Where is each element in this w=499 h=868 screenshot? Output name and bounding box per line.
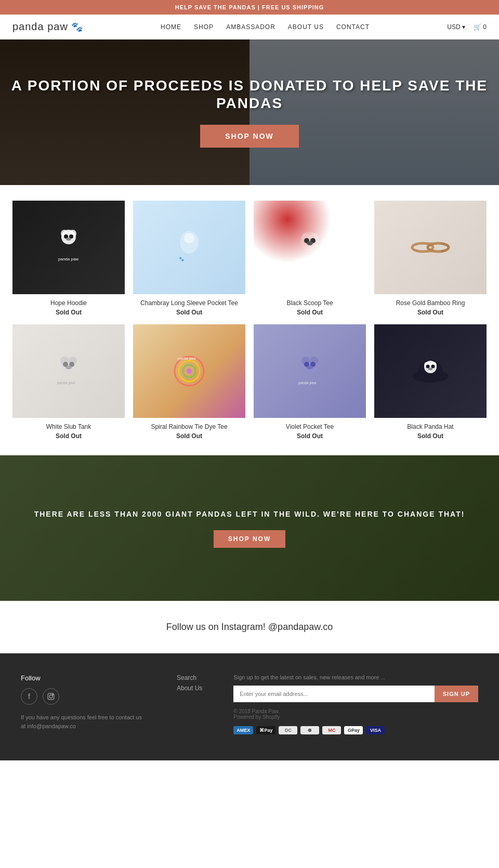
- mid-shop-now-button[interactable]: SHOP NOW: [214, 530, 285, 548]
- footer-newsletter: Sign up to get the latest on sales, new …: [233, 674, 478, 734]
- banner-text: HELP SAVE THE PANDAS: [175, 4, 256, 10]
- payment-gpay: GPay: [344, 726, 363, 734]
- footer-top: Follow f If you have any questions feel …: [21, 674, 478, 734]
- currency-selector[interactable]: USD ▾: [447, 23, 465, 31]
- product-name-rose-gold-ring: Rose Gold Bamboo Ring: [374, 299, 487, 307]
- hero-title: A PORTION OF PROCEEDS IS DONATED TO HELP…: [10, 77, 489, 112]
- product-card-white-tank[interactable]: panda paw White Slub Tank Sold Out: [12, 324, 125, 440]
- footer: Follow f If you have any questions feel …: [0, 653, 499, 760]
- product-status-rose-gold-ring: Sold Out: [374, 309, 487, 316]
- product-card-rose-gold-ring[interactable]: Rose Gold Bamboo Ring Sold Out: [374, 201, 487, 316]
- product-status-black-scoop: Sold Out: [254, 309, 366, 316]
- nav-shop[interactable]: SHOP: [194, 23, 214, 31]
- product-name-black-hat: Black Panda Hat: [374, 423, 487, 430]
- product-image-tiedye-tee: panda paw: [133, 324, 245, 418]
- payment-amex: AMEX: [233, 726, 253, 734]
- product-status-hope-hoodie: Sold Out: [12, 309, 125, 316]
- mid-banner: THERE ARE LESS THAN 2000 GIANT PANDAS LE…: [0, 455, 499, 601]
- footer-contact: If you have any questions feel free to c…: [21, 713, 146, 730]
- svg-point-44: [426, 365, 430, 369]
- nav-ambassador[interactable]: AMBASSADOR: [226, 23, 275, 31]
- svg-text:panda paw: panda paw: [298, 257, 317, 261]
- newsletter-signup-button[interactable]: SIGN UP: [435, 686, 478, 702]
- banner-highlight: FREE US SHIPPING: [262, 4, 324, 10]
- payment-icons: AMEX ⌘Pay DC ⊕ MC GPay VISA: [233, 726, 478, 734]
- svg-point-49: [52, 694, 53, 695]
- svg-text:panda paw: panda paw: [57, 381, 75, 385]
- product-image-hope-hoodie: panda paw: [12, 201, 125, 294]
- product-image-black-hat: [374, 324, 487, 418]
- product-name-white-tank: White Slub Tank: [12, 423, 125, 430]
- product-name-chambray-tee: Chambray Long Sleeve Pocket Tee: [133, 299, 245, 307]
- nav-about[interactable]: ABOUT US: [288, 23, 324, 31]
- svg-point-8: [184, 233, 194, 243]
- product-name-black-scoop: Black Scoop Tee: [254, 299, 366, 307]
- logo-text: panda paw: [12, 21, 68, 33]
- cart-icon[interactable]: 🛒 0: [474, 23, 487, 31]
- payment-diners: DC: [279, 726, 297, 734]
- instagram-icon[interactable]: [43, 688, 59, 705]
- nav-contact[interactable]: CONTACT: [336, 23, 370, 31]
- payment-mastercard: MC: [322, 726, 341, 734]
- banner-separator: |: [258, 4, 262, 10]
- product-card-hope-hoodie[interactable]: panda paw Hope Hoodie Sold Out: [12, 201, 125, 316]
- svg-point-45: [431, 365, 435, 369]
- newsletter-text: Sign up to get the latest on sales, new …: [233, 674, 478, 680]
- top-banner: HELP SAVE THE PANDAS | FREE US SHIPPING: [0, 0, 499, 15]
- facebook-icon[interactable]: f: [21, 688, 37, 705]
- footer-social: f: [21, 688, 146, 705]
- powered-by-shopify[interactable]: Powered by Shopify: [233, 714, 280, 720]
- hero-content: A PORTION OF PROCEEDS IS DONATED TO HELP…: [0, 67, 499, 157]
- nav-right: USD ▾ 🛒 0: [447, 23, 487, 31]
- hero-section: A PORTION OF PROCEEDS IS DONATED TO HELP…: [0, 40, 499, 185]
- footer-links: Search About Us: [177, 674, 202, 692]
- svg-point-5: [66, 238, 71, 241]
- product-status-white-tank: Sold Out: [12, 432, 125, 440]
- product-name-tiedye-tee: Spiral Rainbow Tie Dye Tee: [133, 423, 245, 430]
- svg-point-46: [428, 368, 432, 371]
- logo[interactable]: panda paw 🐾: [12, 21, 83, 33]
- svg-text:panda paw: panda paw: [298, 381, 317, 385]
- footer-search-link[interactable]: Search: [177, 674, 202, 681]
- nav-links: HOME SHOP AMBASSADOR ABOUT US CONTACT: [161, 23, 370, 31]
- mid-content: THERE ARE LESS THAN 2000 GIANT PANDAS LE…: [14, 509, 486, 548]
- product-image-chambray-tee: 🐾: [133, 201, 245, 294]
- hero-shop-now-button[interactable]: SHOP NOW: [200, 125, 299, 148]
- nav-home[interactable]: HOME: [161, 23, 181, 31]
- instagram-text[interactable]: Follow us on Instagram! @pandapaw.co: [12, 622, 487, 633]
- footer-copyright: © 2018 Panda Paw. Powered by Shopify: [233, 708, 478, 720]
- svg-text:panda paw: panda paw: [178, 357, 196, 361]
- payment-maestro: ⊕: [300, 726, 319, 734]
- product-status-violet-tee: Sold Out: [254, 432, 366, 440]
- svg-point-31: [187, 369, 192, 374]
- svg-point-15: [307, 241, 313, 245]
- product-card-violet-tee[interactable]: panda paw Violet Pocket Tee Sold Out: [254, 324, 366, 440]
- svg-text:panda paw: panda paw: [58, 257, 78, 261]
- products-section: panda paw Hope Hoodie Sold Out 🐾 Chambra…: [0, 185, 499, 455]
- footer-about-link[interactable]: About Us: [177, 685, 202, 692]
- svg-point-26: [65, 366, 72, 370]
- navbar: panda paw 🐾 HOME SHOP AMBASSADOR ABOUT U…: [0, 15, 499, 40]
- mid-banner-title: THERE ARE LESS THAN 2000 GIANT PANDAS LE…: [14, 509, 486, 520]
- newsletter-email-input[interactable]: [233, 686, 434, 702]
- payment-visa: VISA: [366, 726, 385, 734]
- svg-point-18: [428, 243, 449, 252]
- product-status-black-hat: Sold Out: [374, 432, 487, 440]
- product-image-white-tank: panda paw: [12, 324, 125, 418]
- products-grid-row1: panda paw Hope Hoodie Sold Out 🐾 Chambra…: [12, 201, 487, 440]
- product-image-rose-gold-ring: [374, 201, 487, 294]
- product-card-chambray-tee[interactable]: 🐾 Chambray Long Sleeve Pocket Tee Sold O…: [133, 201, 245, 316]
- footer-links-col: Search About Us: [177, 674, 202, 734]
- product-image-black-scoop: panda paw: [254, 201, 366, 294]
- footer-follow-label: Follow: [21, 674, 146, 682]
- newsletter-form: SIGN UP: [233, 686, 478, 702]
- product-card-black-hat[interactable]: Black Panda Hat Sold Out: [374, 324, 487, 440]
- product-status-tiedye-tee: Sold Out: [133, 432, 245, 440]
- product-status-chambray-tee: Sold Out: [133, 309, 245, 316]
- svg-point-48: [49, 695, 52, 698]
- footer-follow-col: Follow f If you have any questions feel …: [21, 674, 146, 734]
- product-card-black-scoop[interactable]: panda paw Black Scoop Tee Sold Out: [254, 201, 366, 316]
- product-name-hope-hoodie: Hope Hoodie: [12, 299, 125, 307]
- payment-apple-pay: ⌘Pay: [256, 726, 275, 734]
- product-card-tiedye-tee[interactable]: panda paw Spiral Rainbow Tie Dye Tee Sol…: [133, 324, 245, 440]
